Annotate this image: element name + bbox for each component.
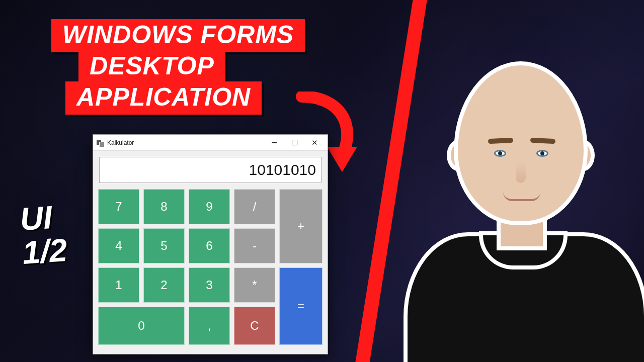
minimize-button[interactable] bbox=[264, 135, 284, 151]
key-5[interactable]: 5 bbox=[143, 228, 185, 263]
key-comma[interactable]: , bbox=[189, 307, 230, 345]
key-multiply[interactable]: * bbox=[234, 267, 275, 303]
key-equals[interactable]: = bbox=[279, 267, 323, 345]
key-8[interactable]: 8 bbox=[143, 189, 185, 224]
headline-line-3: APPLICATION bbox=[65, 81, 262, 115]
close-button[interactable]: ✕ bbox=[304, 135, 325, 151]
key-7[interactable]: 7 bbox=[98, 189, 139, 224]
titlebar[interactable]: Kalkulator ✕ bbox=[93, 135, 328, 151]
key-1[interactable]: 1 bbox=[98, 267, 139, 303]
side-label-line-2: 1/2 bbox=[21, 233, 68, 270]
key-divide[interactable]: / bbox=[234, 189, 275, 224]
keypad: 7 8 9 / + 4 5 6 - 1 2 3 * = 0 , C bbox=[98, 189, 323, 349]
key-0[interactable]: 0 bbox=[98, 307, 185, 345]
headline: WINDOWS FORMS DESKTOP APPLICATION bbox=[51, 19, 305, 115]
side-label: UI 1/2 bbox=[19, 200, 68, 270]
presenter-photo bbox=[413, 45, 629, 362]
key-6[interactable]: 6 bbox=[189, 228, 230, 263]
display-field[interactable]: 10101010 bbox=[99, 157, 321, 183]
key-plus[interactable]: + bbox=[279, 189, 323, 263]
key-clear[interactable]: C bbox=[234, 307, 275, 345]
app-icon bbox=[96, 139, 104, 147]
window-title: Kalkulator bbox=[107, 139, 134, 146]
key-3[interactable]: 3 bbox=[189, 267, 230, 303]
key-2[interactable]: 2 bbox=[143, 267, 185, 303]
calculator-window: Kalkulator ✕ 10101010 7 8 9 / + 4 5 6 - … bbox=[93, 134, 328, 354]
headline-line-2: DESKTOP bbox=[78, 50, 225, 83]
key-minus[interactable]: - bbox=[234, 228, 275, 263]
side-label-line-1: UI bbox=[19, 200, 65, 236]
key-9[interactable]: 9 bbox=[189, 189, 230, 224]
headline-line-1: WINDOWS FORMS bbox=[51, 19, 305, 52]
key-4[interactable]: 4 bbox=[98, 228, 139, 263]
maximize-button[interactable] bbox=[284, 135, 304, 151]
